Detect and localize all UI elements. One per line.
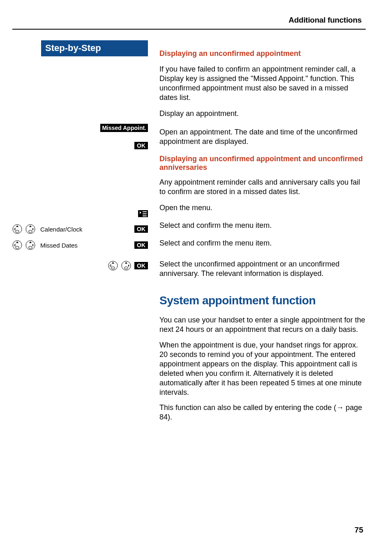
heading-display-unconfirmed-anniv: Displaying an unconfirmed appointment an…	[159, 155, 366, 172]
control-key-icon[interactable]	[12, 240, 22, 250]
paragraph: Open an appointment. The date and time o…	[159, 127, 366, 146]
svg-rect-3	[29, 230, 32, 232]
menu-item-missed-dates: Missed Dates	[39, 242, 131, 249]
page-number: 75	[355, 526, 363, 535]
paragraph: Select and confirm the menu item.	[159, 239, 366, 248]
control-key-icon[interactable]	[121, 261, 131, 271]
section-title: Additional functions	[12, 16, 366, 29]
ok-key[interactable]: OK	[134, 241, 148, 249]
paragraph: Select the unconfirmed appointment or an…	[159, 259, 366, 278]
svg-rect-5	[16, 246, 19, 248]
svg-rect-1	[16, 230, 19, 232]
paragraph: Display an appointment.	[159, 109, 366, 118]
control-key-icon[interactable]	[25, 240, 35, 250]
step-by-step-banner: Step-by-Step	[41, 40, 148, 56]
header-rule	[12, 29, 366, 30]
ok-key[interactable]: OK	[134, 262, 148, 269]
arrow-icon: →	[336, 403, 344, 412]
paragraph: When the appointment is due, your handse…	[159, 341, 366, 397]
paragraph: Open the menu.	[159, 203, 366, 213]
heading-system-appointment: System appointment function	[159, 294, 366, 307]
heading-display-unconfirmed-appointment: Displaying an unconfirmed appointment	[159, 49, 366, 58]
paragraph: This function can also be called by ente…	[159, 403, 366, 422]
paragraph: Any appointment reminder calls and anniv…	[159, 178, 366, 197]
ok-key[interactable]: OK	[134, 142, 148, 149]
ok-key[interactable]: OK	[134, 225, 148, 233]
text-span: This function can also be called by ente…	[159, 403, 336, 412]
missed-appoint-display-key[interactable]: Missed Appoint.	[100, 124, 148, 132]
paragraph: If you have failed to confirm an appoint…	[159, 65, 366, 102]
svg-rect-11	[125, 267, 128, 269]
paragraph: You can use your handset to enter a sing…	[159, 315, 366, 334]
svg-rect-9	[111, 267, 115, 269]
menu-item-calendar-clock: Calendar/Clock	[39, 226, 131, 233]
paragraph: Select and confirm the menu item.	[159, 221, 366, 230]
menu-icon[interactable]	[138, 210, 148, 217]
control-key-icon[interactable]	[12, 224, 22, 234]
svg-rect-7	[29, 246, 32, 248]
control-key-icon[interactable]	[108, 261, 118, 271]
control-key-icon[interactable]	[25, 224, 35, 234]
